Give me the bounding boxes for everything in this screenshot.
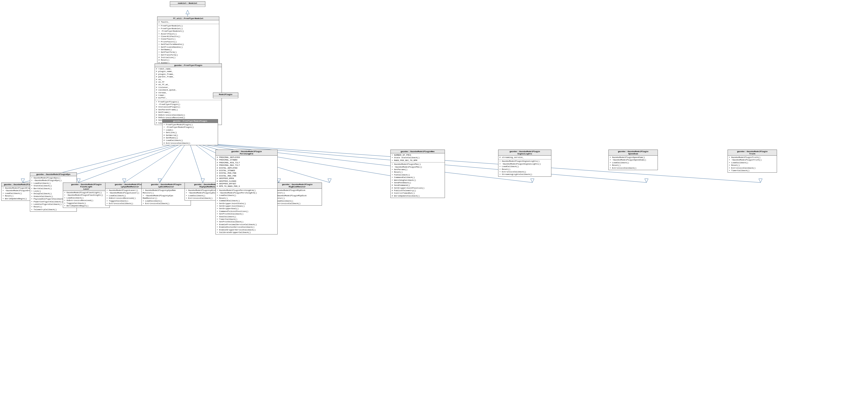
svg-line-14 [124,145,183,183]
box-speedcam-header: gazebo::GazeboModelPluginSpeedCam [609,150,658,156]
box-nodelet-header: nodelet::Nodelet [170,2,205,5]
box-nodelet-body [170,5,205,7]
svg-marker-31 [759,179,762,183]
box-flashlight-header: gazebo::GazeboModelPluginFlashLightLaser [63,183,110,191]
box-speedcam-methods: + GazeboModelPluginSpeedCam() + ~GazeboM… [609,156,658,170]
svg-line-18 [190,145,203,183]
box-freeflyerplugin-fields: # robot_name_ # plugin_name_ # plugin_fr… [155,67,222,100]
diagram-arrows [0,0,868,417]
box-mlgdisk: gazebo::GazeboModelPluginMlgDiskMonitor … [273,183,322,205]
box-mlgdisk-header: gazebo::GazeboModelPluginMlgDiskMonitor [273,183,322,189]
svg-marker-27 [531,179,534,183]
box-perchingarm-header: gazebo::GazeboModelPluginPerchingArm [216,150,277,156]
box-pmc-header: gazebo::GazeboModelPluginNmc [391,150,445,153]
box-eps-header: gazebo::GazeboModelPluginEps [30,173,76,176]
box-freeflyernodelet-header: ff_util::FreeFlyerNodelet [157,17,219,20]
box-lpdisk-methods: + GazeboModelPluginLpCpuMem Monitor() + … [142,189,191,205]
box-truth-methods: + GazeboModelPluginTruth() + ~GazeboMode… [728,156,777,172]
box-flashlight-methods: + GazeboModelPluginFlashlight() + ~Gazeb… [63,191,110,207]
box-perchingarm-methods: + GazeboModelPluginPerchingArm() + ~Gaze… [216,189,277,234]
box-signallights-header: gazebo::GazeboModelPluginSignalLights [498,150,551,156]
box-perchingarm-fields: # PROXIMAL_DEPLOYED # PROXIMAL_STOWED # … [216,156,277,189]
box-flashlight: gazebo::GazeboModelPluginFlashLightLaser… [63,183,110,208]
svg-marker-23 [277,179,281,183]
box-signallights: gazebo::GazeboModelPluginSignalLights # … [498,150,551,177]
svg-marker-9 [21,179,25,183]
svg-marker-13 [77,179,80,183]
svg-marker-29 [645,179,648,183]
box-speedcam: gazebo::GazeboModelPluginSpeedCam + Gaze… [609,150,658,170]
box-lpdisk-header: gazebo::GazeboModelPluginLpDiskMonitor [142,183,191,189]
box-mlgdisk-methods: + GazeboModelPluginMlpDisk Monitor() + ~… [273,189,322,205]
box-freeflyerplugin-header: gazebo::FreeFlyerPlugin [155,64,222,67]
svg-marker-1 [186,10,189,14]
box-lpdisk: gazebo::GazeboModelPluginLpDiskMonitor +… [142,183,191,205]
svg-line-30 [218,145,761,183]
box-signallights-fields: # streaming_service_ [498,156,551,159]
svg-line-12 [79,145,180,183]
box-modelplugin: ModelPlugin [213,93,238,98]
svg-marker-33 [328,179,331,183]
box-freeflyermodelplugin-methods: + FreeFlyerModelPlugin() + ~FreeFlyerMod… [162,123,218,145]
box-modelplugin-body [213,96,238,98]
box-nodelet: nodelet::Nodelet [170,1,205,7]
box-modelplugin-header: ModelPlugin [213,93,238,96]
svg-line-16 [160,145,185,183]
diagram-container: nodelet::Nodelet ff_util::FreeFlyerNodel… [0,0,868,417]
box-pmc: gazebo::GazeboModelPluginNmc + NUMBER_OF… [391,150,445,198]
svg-marker-15 [122,179,126,183]
box-signallights-methods: + GazeboModelPluginSignalLights() + ~Gaz… [498,159,551,176]
box-freeflyerplugin: gazebo::FreeFlyerPlugin # robot_name_ # … [155,63,222,125]
box-truth: gazebo::GazeboModelPluginTruth + GazeboM… [727,150,777,173]
box-pmc-methods: + GazeboModelPluginPmc() + ~GazeboModelP… [391,162,445,198]
box-freeflyermodelplugin-header: gazebo::FreeFlyerModelPlugin [162,119,218,123]
svg-marker-17 [158,179,161,183]
box-freeflyermodelplugin: gazebo::FreeFlyerModelPlugin + FreeFlyer… [162,119,218,145]
svg-marker-19 [201,179,205,183]
box-freeflyernodelet-fields: # faults_ [157,20,219,24]
box-truth-header: gazebo::GazeboModelPluginTruth [728,150,777,156]
box-perchingarm: gazebo::GazeboModelPluginPerchingArm # P… [215,150,278,234]
box-pmc-consts: + NUMBER_OF_PMCS + State StateCallback()… [391,153,445,162]
